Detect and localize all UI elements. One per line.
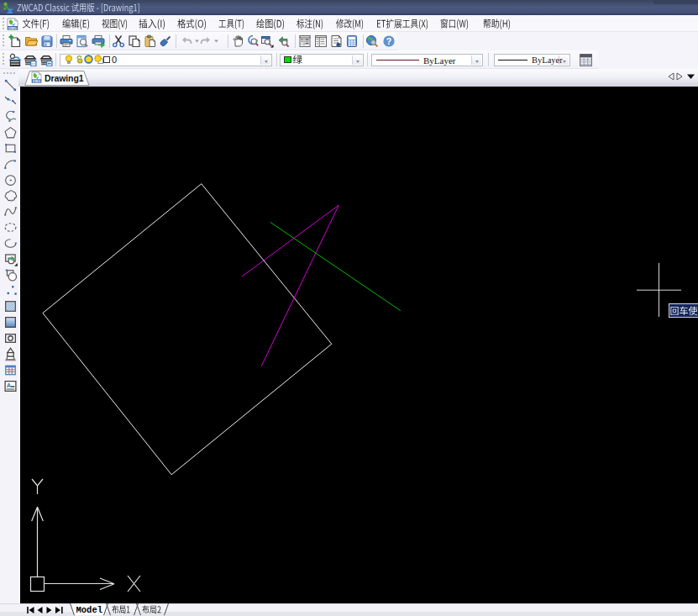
svg-text:A: A [7, 382, 12, 389]
